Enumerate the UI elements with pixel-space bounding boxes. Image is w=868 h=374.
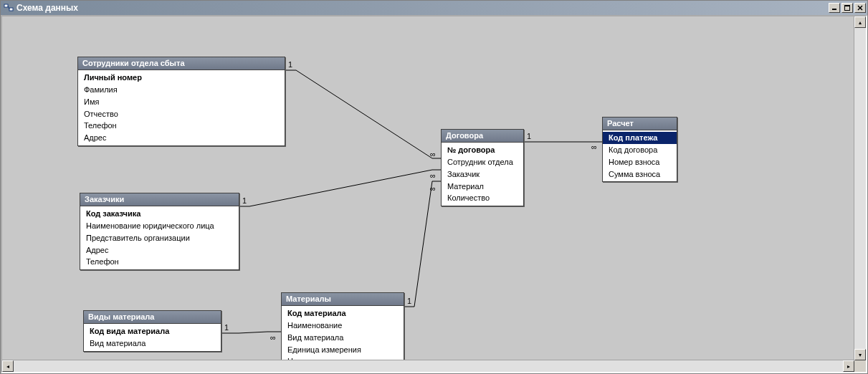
field[interactable]: Сумма взноса [603,168,677,181]
field[interactable]: Вид материала [84,337,221,350]
titlebar[interactable]: Схема данных [1,1,867,15]
table-body: Код заказчика Наименование юридического … [80,206,239,269]
field[interactable]: Код платежа [603,132,677,144]
table-body: Личный номер Фамилия Имя Отчество Телефо… [78,70,285,145]
table-title[interactable]: Сотрудники отдела сбыта [78,57,285,70]
field[interactable]: Личный номер [78,72,285,84]
scroll-down-button[interactable]: ▾ [854,349,866,360]
svg-text:∞: ∞ [430,184,436,193]
table-materials[interactable]: Материалы Код материала Наименование Вид… [281,292,404,370]
field[interactable]: Наименование [282,320,404,332]
table-title[interactable]: Материалы [282,293,404,306]
table-payment[interactable]: Расчет Код платежа Код договора Номер вз… [602,117,677,182]
table-contracts[interactable]: Договора № договора Сотрудник отдела Зак… [441,129,524,206]
close-button[interactable] [854,3,866,13]
svg-text:∞: ∞ [270,333,276,342]
field[interactable]: Количество [442,192,523,204]
field[interactable]: № договора [442,144,523,156]
field[interactable]: Представитель организации [80,232,239,244]
diagram-canvas[interactable]: 1 ∞ 1 ∞ 1 ∞ 1 ∞ 1 ∞ Со [2,16,854,360]
field[interactable]: Телефон [78,120,285,132]
vertical-scrollbar[interactable]: ▴ ▾ [854,16,866,360]
field[interactable]: Код материала [282,307,404,320]
minimize-button[interactable] [829,3,840,13]
field[interactable]: Код вида материала [84,325,221,337]
relationships-window: Схема данных 1 ∞ 1 [0,0,868,374]
svg-text:∞: ∞ [591,143,597,151]
field[interactable]: Наименование юридического лица [80,220,239,232]
table-customers[interactable]: Заказчики Код заказчика Наименование юри… [80,193,239,270]
table-title[interactable]: Договора [442,130,523,143]
svg-text:∞: ∞ [430,150,436,158]
svg-rect-0 [4,4,8,7]
table-body: Код платежа Код договора Номер взноса Су… [603,130,677,181]
table-body: № договора Сотрудник отдела Заказчик Мат… [442,143,523,206]
window-title: Схема данных [16,3,78,13]
table-title[interactable]: Виды материала [84,311,221,324]
field[interactable]: Адрес [80,244,239,256]
field[interactable]: Заказчик [442,168,523,181]
field[interactable]: Отчество [78,108,285,120]
field[interactable]: Вид материала [282,332,404,344]
field[interactable]: Адрес [78,132,285,144]
table-title[interactable]: Заказчики [80,193,239,206]
svg-text:1: 1 [407,297,411,305]
field[interactable]: Номер взноса [603,156,677,168]
field[interactable]: Фамилия [78,84,285,96]
field[interactable]: Телефон [80,256,239,268]
field[interactable]: Единица измерения [282,344,404,356]
table-material-kinds[interactable]: Виды материала Код вида материала Вид ма… [83,310,221,352]
horizontal-scrollbar[interactable]: ◂ ▸ [2,360,854,372]
table-title[interactable]: Расчет [603,118,677,130]
client-area: 1 ∞ 1 ∞ 1 ∞ 1 ∞ 1 ∞ Со [1,15,867,373]
table-sales-employees[interactable]: Сотрудники отдела сбыта Личный номер Фам… [77,57,285,146]
scroll-corner [854,360,866,372]
window-controls [827,3,866,13]
svg-text:1: 1 [288,60,292,69]
scroll-up-button[interactable]: ▴ [854,16,866,28]
svg-text:1: 1 [224,323,229,332]
svg-rect-1 [9,8,13,11]
table-body: Код вида материала Вид материала [84,324,221,351]
field[interactable]: Материал [442,181,523,193]
app-icon [4,3,14,13]
scroll-right-button[interactable]: ▸ [843,360,854,372]
field[interactable]: Код заказчика [80,208,239,220]
svg-text:1: 1 [242,196,247,205]
field[interactable]: Сотрудник отдела [442,156,523,168]
field[interactable]: Имя [78,96,285,108]
field[interactable]: Код договора [603,144,677,156]
maximize-button[interactable] [841,3,853,13]
svg-text:∞: ∞ [430,171,436,180]
scroll-left-button[interactable]: ◂ [2,360,14,372]
svg-text:1: 1 [527,132,531,140]
